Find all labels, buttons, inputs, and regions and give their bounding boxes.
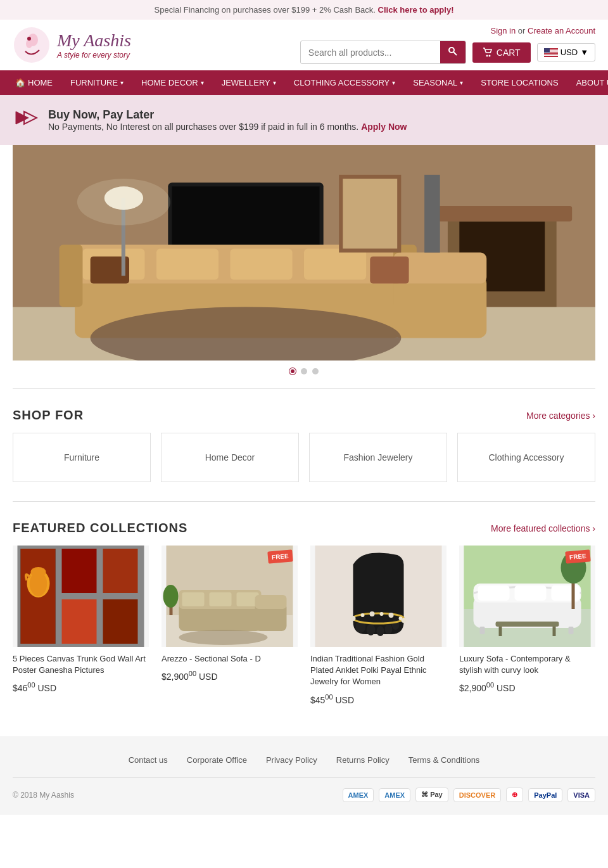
sign-in-link[interactable]: Sign in: [490, 26, 516, 35]
svg-rect-32: [304, 249, 366, 280]
carousel-dots: [13, 361, 595, 382]
category-home-decor[interactable]: Home Decor: [161, 433, 299, 482]
footer-corporate[interactable]: Corporate Office: [187, 755, 247, 765]
svg-rect-93: [553, 627, 556, 636]
product-2[interactable]: FREE Arezzo - Sectional Sofa - D $2,9000…: [162, 546, 298, 705]
svg-rect-13: [544, 54, 558, 54]
search-icon: [448, 46, 458, 56]
nav-store-locations[interactable]: STORE LOCATIONS: [472, 70, 567, 95]
product-1-name: 5 Pieces Canvas Trunk God Wall Art Poste…: [13, 653, 149, 676]
product-3-price: $4500 USD: [310, 693, 446, 705]
product-1-price: $4600 USD: [13, 681, 149, 693]
brand-tagline: A style for every story: [57, 51, 131, 60]
svg-rect-44: [424, 175, 440, 253]
svg-rect-49: [62, 549, 97, 593]
shop-for-header: SHOP FOR More categories ›: [13, 408, 595, 423]
nav-jewellery[interactable]: JEWELLERY ▾: [213, 70, 285, 95]
svg-rect-50: [62, 599, 97, 644]
svg-rect-23: [432, 206, 572, 222]
shop-for-section: SHOP FOR More categories › Furniture Hom…: [0, 395, 608, 495]
product-3-name: Indian Traditional Fashion Gold Plated A…: [310, 653, 446, 688]
product-4-image: FREE: [459, 546, 595, 647]
nav-home[interactable]: 🏠 HOME: [6, 70, 61, 95]
footer-returns[interactable]: Returns Policy: [336, 755, 390, 765]
more-categories-link[interactable]: More categories ›: [526, 411, 595, 421]
hero-image: [13, 145, 595, 361]
featured-title: FEATURED COLLECTIONS: [13, 521, 187, 535]
svg-rect-87: [515, 585, 547, 601]
nav-furniture[interactable]: FURNITURE ▾: [61, 70, 132, 95]
svg-rect-88: [552, 585, 580, 601]
product-3[interactable]: Indian Traditional Fashion Gold Plated A…: [310, 546, 446, 705]
nav-clothing-accessory[interactable]: CLOTHING ACCESSORY ▾: [285, 70, 404, 95]
category-furniture[interactable]: Furniture: [13, 433, 151, 482]
featured-section: FEATURED COLLECTIONS More featured colle…: [0, 508, 608, 717]
more-featured-link[interactable]: More featured collections ›: [491, 523, 595, 533]
clothing-chevron: ▾: [392, 79, 395, 86]
svg-rect-12: [544, 53, 558, 53]
svg-rect-31: [230, 249, 292, 280]
divider-1: [13, 388, 595, 389]
home-decor-chevron: ▾: [201, 79, 204, 86]
svg-point-69: [367, 624, 376, 635]
nav-about-us[interactable]: ABOUT US: [567, 70, 608, 95]
featured-header: FEATURED COLLECTIONS More featured colle…: [13, 521, 595, 535]
svg-point-66: [163, 585, 179, 608]
currency-label: USD: [560, 48, 578, 57]
svg-rect-35: [393, 276, 486, 338]
apple-pay-icon: ⌘ Pay: [415, 788, 448, 802]
sub-banner-content: Buy Now, Pay Later No Payments, No Inter…: [48, 108, 407, 132]
logo-text: My Aashis A style for every story: [57, 30, 131, 60]
cart-label: CART: [497, 48, 521, 58]
home-icon: 🏠: [15, 78, 25, 87]
auth-links: Sign in or Create an Account: [490, 26, 595, 35]
banner-link[interactable]: Click here to apply!: [378, 5, 454, 15]
discover-icon: DISCOVER: [453, 788, 501, 802]
payment-icons: AMEX AMEX ⌘ Pay DISCOVER ⊕ PayPal VISA: [343, 788, 595, 802]
footer-contact[interactable]: Contact us: [129, 755, 168, 765]
currency-chevron: ▼: [580, 48, 588, 57]
search-button[interactable]: [440, 41, 466, 63]
carousel-dot-1[interactable]: [289, 368, 296, 374]
svg-point-76: [370, 611, 375, 616]
top-banner: Special Financing on purchases over $199…: [0, 0, 608, 20]
nav-seasonal[interactable]: SEASONAL ▾: [404, 70, 472, 95]
svg-point-45: [77, 179, 170, 226]
main-nav: 🏠 HOME FURNITURE ▾ HOME DECOR ▾ JEWELLER…: [0, 70, 608, 95]
svg-rect-33: [60, 245, 83, 307]
bnpl-title: Buy Now, Pay Later: [48, 108, 407, 122]
shop-for-title: SHOP FOR: [13, 408, 84, 423]
svg-point-6: [486, 54, 488, 56]
svg-rect-63: [255, 595, 287, 609]
bnpl-text: No Payments, No Interest on all purchase…: [48, 122, 407, 132]
svg-point-80: [402, 618, 407, 623]
product-3-svg: [310, 546, 446, 647]
product-4[interactable]: FREE Luxury Sofa - Contemporary & stylis…: [459, 546, 595, 705]
carousel-dot-3[interactable]: [312, 368, 319, 374]
footer-terms[interactable]: Terms & Conditions: [408, 755, 480, 765]
footer-privacy[interactable]: Privacy Policy: [266, 755, 317, 765]
auth-separator: or: [518, 26, 526, 35]
product-1[interactable]: 5 Pieces Canvas Trunk God Wall Art Poste…: [13, 546, 149, 705]
hero-carousel: [13, 145, 595, 382]
product-2-price: $2,90000 USD: [162, 670, 298, 682]
svg-point-77: [380, 612, 384, 616]
create-account-link[interactable]: Create an Account: [528, 26, 595, 35]
svg-point-3: [27, 37, 31, 41]
svg-point-7: [488, 54, 490, 56]
search-input[interactable]: [301, 42, 440, 63]
footer-bottom: © 2018 My Aashis AMEX AMEX ⌘ Pay DISCOVE…: [13, 777, 595, 802]
product-1-svg: [13, 546, 149, 647]
svg-rect-89: [480, 627, 485, 634]
nav-home-decor[interactable]: HOME DECOR ▾: [132, 70, 213, 95]
carousel-dot-2[interactable]: [301, 368, 307, 374]
category-fashion-jewelery[interactable]: Fashion Jewelery: [309, 433, 447, 482]
category-clothing-accessory[interactable]: Clothing Accessory: [457, 433, 595, 482]
product-2-free-tag: FREE: [268, 549, 293, 563]
product-4-name: Luxury Sofa - Contemporary & stylish wit…: [459, 653, 595, 676]
svg-rect-37: [370, 257, 408, 284]
svg-point-70: [377, 626, 384, 636]
cart-button[interactable]: CART: [472, 42, 531, 63]
currency-selector[interactable]: USD ▼: [537, 43, 595, 61]
bnpl-link[interactable]: Apply Now: [361, 122, 407, 132]
